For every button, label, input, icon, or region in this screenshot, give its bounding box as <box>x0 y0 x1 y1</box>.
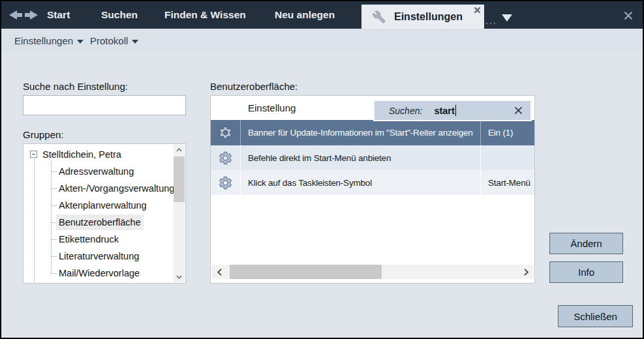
table-row[interactable]: Klick auf das Taskleisten-Symbol Start-M… <box>211 170 534 195</box>
scroll-up-icon[interactable] <box>174 145 185 155</box>
wrench-icon <box>373 10 386 23</box>
scroll-left-icon[interactable] <box>211 265 227 279</box>
close-button[interactable]: Schließen <box>558 305 633 327</box>
tree-item-benutzeroberflaeche[interactable]: Benutzeroberfläche <box>56 214 144 230</box>
tree-item-adressverwaltung[interactable]: Adressverwaltung <box>56 164 136 179</box>
setting-name: Befehle direkt im Start-Menü anbieten <box>241 145 480 170</box>
back-forward-icons[interactable] <box>8 8 39 22</box>
groups-label: Gruppen: <box>23 129 64 140</box>
menu-bar: Einstellungen Protokoll <box>1 29 643 52</box>
tree-item-akten-vorgangsverwaltung[interactable]: Akten-/Vorgangsverwaltung <box>56 181 177 196</box>
scroll-right-icon[interactable] <box>518 265 534 279</box>
table-search-value[interactable]: start <box>434 106 454 116</box>
menu-einstellungen[interactable]: Einstellungen <box>14 35 84 46</box>
setting-gear-icon <box>211 120 241 145</box>
setting-value: Ein (1) <box>480 120 534 145</box>
tree-root-label: Stelltdichein, Petra <box>42 149 121 160</box>
setting-gear-icon <box>211 145 241 170</box>
setting-value: Start-Menü <box>480 170 534 195</box>
tab-start[interactable]: Start <box>47 1 70 29</box>
back-arrow-icon <box>9 10 22 20</box>
window-close-icon[interactable] <box>623 10 634 21</box>
tab-einstellungen-active[interactable]: Einstellungen <box>361 5 484 29</box>
settings-window: Start Suchen Finden & Wissen Neu anlegen… <box>0 0 644 339</box>
text-cursor <box>455 105 456 116</box>
column-header-label: Einstellung <box>248 102 296 113</box>
change-button[interactable]: Ändern <box>549 233 623 254</box>
menu-einstellungen-label: Einstellungen <box>14 35 73 46</box>
info-button[interactable]: Info <box>549 261 623 283</box>
search-setting-input[interactable] <box>23 95 186 115</box>
tree-item-literaturverwaltung[interactable]: Literaturverwaltung <box>56 248 142 264</box>
setting-value <box>480 145 534 170</box>
tree-guide-line <box>34 158 35 282</box>
table-search-label: Suchen: <box>389 106 422 116</box>
tree-item-etikettendruck[interactable]: Etikettendruck <box>56 231 121 247</box>
tree-item-aktenplanverwaltung[interactable]: Aktenplanverwaltung <box>56 198 149 213</box>
setting-name: Banner für Update-Informationen im "Star… <box>241 120 480 145</box>
tab-overflow-dots[interactable]: ... <box>485 16 497 26</box>
active-tab-label: Einstellungen <box>394 11 463 23</box>
tree-scrollbar-thumb[interactable] <box>174 156 185 202</box>
search-setting-label: Suche nach Einstellung: <box>23 81 128 92</box>
table-row[interactable]: Banner für Update-Informationen im "Star… <box>211 120 534 145</box>
forward-arrow-icon <box>25 10 38 20</box>
menu-protokoll-label: Protokoll <box>90 35 128 46</box>
setting-gear-icon <box>211 170 241 195</box>
groups-tree: Stelltdichein, Petra Adressverwaltung Ak… <box>23 143 186 284</box>
history-nav[interactable] <box>8 8 39 24</box>
tab-neu-anlegen[interactable]: Neu anlegen <box>275 1 335 29</box>
tab-list-dropdown-icon[interactable] <box>502 14 512 22</box>
scroll-down-icon[interactable] <box>174 272 185 282</box>
chevron-down-icon <box>132 40 138 44</box>
tree-root-item[interactable]: Stelltdichein, Petra <box>23 147 185 162</box>
table-row[interactable]: Befehle direkt im Start-Menü anbieten <box>211 145 534 170</box>
table-horizontal-scrollbar[interactable] <box>211 265 534 279</box>
tree-item-mail-wiedervorlage[interactable]: Mail/Wiedervorlage <box>56 265 142 281</box>
setting-name: Klick auf das Taskleisten-Symbol <box>241 170 480 195</box>
tab-suchen[interactable]: Suchen <box>101 1 138 29</box>
tab-finden-wissen[interactable]: Finden & Wissen <box>164 1 246 29</box>
tab-close-icon[interactable] <box>474 7 481 14</box>
panel-label: Benutzeroberfläche: <box>210 81 298 92</box>
search-clear-icon[interactable] <box>514 106 523 115</box>
settings-table: Einstellung Suchen: start Banner für Upd… <box>210 95 535 284</box>
chevron-down-icon <box>77 40 84 44</box>
top-tab-bar: Start Suchen Finden & Wissen Neu anlegen… <box>1 1 643 29</box>
table-search-box[interactable]: Suchen: start <box>373 100 532 121</box>
tree-vertical-scrollbar[interactable] <box>174 145 185 282</box>
menu-protokoll[interactable]: Protokoll <box>90 35 138 46</box>
table-scrollbar-thumb[interactable] <box>230 265 382 279</box>
